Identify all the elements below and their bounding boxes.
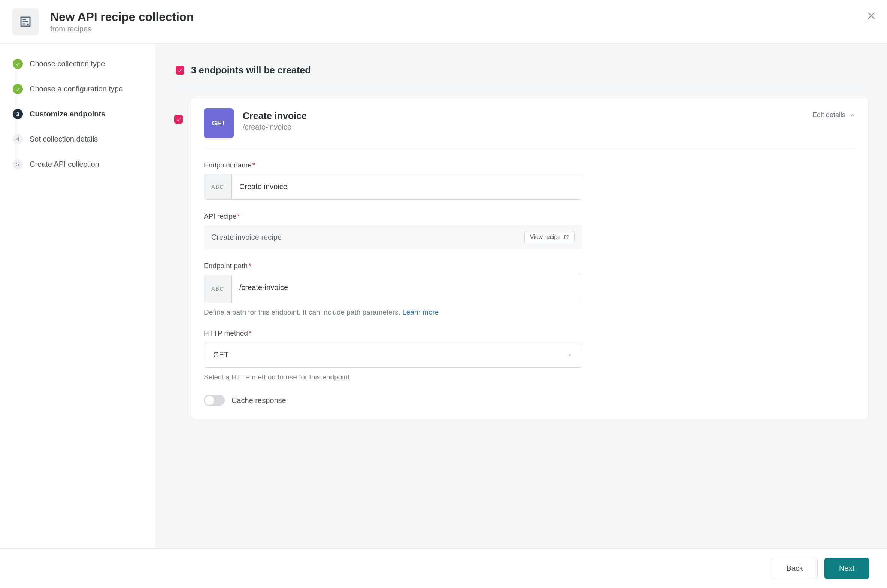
step-set-collection-details[interactable]: 4 Set collection details	[13, 134, 143, 144]
back-button[interactable]: Back	[771, 558, 817, 579]
endpoint-name-label: Endpoint name*	[204, 161, 855, 169]
cache-label: Cache response	[231, 396, 286, 405]
text-type-icon: ABC	[204, 275, 232, 303]
text-type-icon: ABC	[204, 174, 232, 199]
view-recipe-button[interactable]: View recipe	[524, 231, 575, 243]
close-button[interactable]	[866, 10, 876, 21]
step-label: Choose a configuration type	[30, 85, 123, 93]
endpoint-path-helper: Define a path for this endpoint. It can …	[204, 308, 855, 316]
page-subtitle: from recipes	[50, 25, 194, 33]
endpoint-checkbox[interactable]	[174, 115, 183, 124]
collection-icon	[12, 8, 39, 35]
check-icon	[13, 59, 23, 69]
cache-toggle[interactable]	[204, 395, 225, 406]
api-recipe-field: Create invoice recipe View recipe	[204, 225, 582, 249]
step-number: 5	[13, 159, 23, 169]
edit-details-toggle[interactable]: Edit details	[812, 108, 855, 119]
endpoint-path: /create-invoice	[243, 123, 803, 132]
step-number: 4	[13, 134, 23, 144]
page-title: New API recipe collection	[50, 10, 194, 24]
modal-header: New API recipe collection from recipes	[0, 0, 887, 44]
learn-more-link[interactable]: Learn more	[402, 308, 439, 316]
external-link-icon	[564, 234, 569, 240]
endpoint-title: Create invoice	[243, 111, 803, 122]
http-method-badge: GET	[204, 108, 234, 138]
step-label: Choose collection type	[30, 60, 105, 68]
endpoint-path-input[interactable]: /create-invoice	[232, 275, 582, 303]
endpoint-card: GET Create invoice /create-invoice Edit …	[191, 98, 868, 419]
step-label: Customize endpoints	[30, 110, 105, 118]
steps-sidebar: Choose collection type Choose a configur…	[0, 44, 155, 548]
endpoint-path-label: Endpoint path*	[204, 262, 855, 270]
endpoints-summary: 3 endpoints will be created	[191, 65, 311, 76]
http-method-helper: Select a HTTP method to use for this end…	[204, 373, 855, 381]
select-all-checkbox[interactable]	[176, 66, 184, 75]
step-number: 3	[13, 109, 23, 119]
main-content: 3 endpoints will be created GET Create i…	[155, 44, 887, 548]
step-choose-collection-type[interactable]: Choose collection type	[13, 59, 143, 69]
step-customize-endpoints[interactable]: 3 Customize endpoints	[13, 109, 143, 119]
step-create-api-collection[interactable]: 5 Create API collection	[13, 159, 143, 169]
check-icon	[13, 84, 23, 94]
api-recipe-label: API recipe*	[204, 212, 855, 220]
http-method-label: HTTP method*	[204, 329, 855, 338]
step-choose-configuration-type[interactable]: Choose a configuration type	[13, 84, 143, 94]
http-method-select[interactable]: GET	[204, 342, 582, 368]
close-icon	[866, 10, 876, 21]
edit-details-label: Edit details	[812, 111, 845, 119]
step-label: Set collection details	[30, 135, 98, 144]
http-method-value: GET	[213, 351, 228, 359]
step-label: Create API collection	[30, 160, 99, 168]
caret-down-icon	[567, 352, 573, 358]
modal-footer: Back Next	[0, 548, 887, 588]
api-recipe-value: Create invoice recipe	[211, 233, 282, 242]
endpoint-name-input[interactable]	[232, 174, 582, 199]
next-button[interactable]: Next	[824, 558, 869, 579]
chevron-up-icon	[849, 112, 855, 118]
